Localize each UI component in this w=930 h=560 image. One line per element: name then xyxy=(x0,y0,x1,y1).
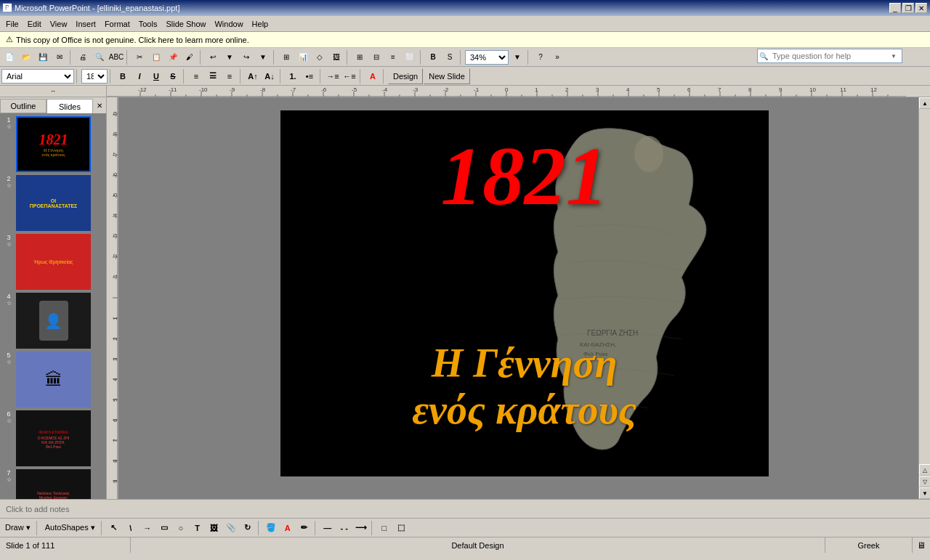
mail-button[interactable]: ✉ xyxy=(52,49,68,65)
decrease-font-button[interactable]: A↓ xyxy=(262,68,278,84)
menu-tools[interactable]: Tools xyxy=(134,18,162,30)
zoom-dropdown[interactable]: ▼ xyxy=(509,49,525,65)
3d-button[interactable]: ⬚ xyxy=(393,520,409,536)
notification-bar[interactable]: ⚠ This copy of Office is not genuine. Cl… xyxy=(0,32,930,48)
menu-insert[interactable]: Insert xyxy=(71,18,100,30)
menu-view[interactable]: View xyxy=(46,18,72,30)
numbered-list-button[interactable]: 1. xyxy=(285,68,301,84)
spell-button[interactable]: ABC xyxy=(108,49,124,65)
undo-dropdown-button[interactable]: ▼ xyxy=(222,49,238,65)
insert-image-button[interactable]: 🖼 xyxy=(206,520,222,536)
menu-window[interactable]: Window xyxy=(210,18,247,30)
zoom-combo[interactable]: 34% xyxy=(465,50,509,65)
slide-panel[interactable]: 1 ☆ 1821 Η Γέννησηενός κράτους 2 ☆ ΟΙΠΡΟ… xyxy=(0,113,106,499)
copy-button[interactable]: 📋 xyxy=(148,49,164,65)
rotate-button[interactable]: ↻ xyxy=(240,520,256,536)
font-color-button[interactable]: A xyxy=(365,68,381,84)
help-tb-button[interactable]: ? xyxy=(533,49,549,65)
new-slide-button[interactable]: New Slide xyxy=(424,68,470,84)
expand-button[interactable]: ⊞ xyxy=(352,49,368,65)
collapse-button[interactable]: ⊟ xyxy=(368,49,384,65)
redo-button[interactable]: ↪ xyxy=(238,49,254,65)
right-scrollbar[interactable]: ▲ △ ▽ ▼ xyxy=(918,97,930,499)
question-input[interactable] xyxy=(769,52,889,60)
arrow-button[interactable]: → xyxy=(140,520,155,536)
design-button[interactable]: Design xyxy=(388,68,423,84)
scroll-up-button[interactable]: ▲ xyxy=(919,97,930,109)
notes-area[interactable]: Click to add notes xyxy=(0,499,930,518)
font-color-draw-button[interactable]: A xyxy=(280,520,296,536)
font-combo[interactable]: Arial xyxy=(1,69,74,84)
oval-button[interactable]: ○ xyxy=(173,520,189,536)
textbox-button[interactable]: T xyxy=(190,520,206,536)
new-button[interactable]: 📄 xyxy=(1,49,17,65)
align-right-button[interactable]: ≡ xyxy=(222,68,238,84)
more-tb-button[interactable]: » xyxy=(549,49,565,65)
sidebar-close-button[interactable]: ✕ xyxy=(93,99,106,112)
clipart-button[interactable]: 🖼 xyxy=(328,49,344,65)
notes-text[interactable]: Click to add notes xyxy=(6,505,69,514)
cursor-button[interactable]: ↖ xyxy=(106,520,122,536)
question-box[interactable]: 🔍 ▼ xyxy=(757,49,902,63)
arrow-style-button[interactable]: ⟶ xyxy=(353,520,369,536)
scroll-down-button[interactable]: ▼ xyxy=(919,487,930,499)
align-center-button[interactable]: ☰ xyxy=(205,68,221,84)
slide-thumb-1[interactable]: 1821 Η Γέννησηενός κράτους xyxy=(16,116,91,172)
shadow-button[interactable]: □ xyxy=(376,520,392,536)
canvas-area[interactable]: ΓΕΩΡΓΙΑ ΖΗΣΗ ΚΑΙ ΘΑΖΗΣΗ, Φελ Ρακε 1821 Η… xyxy=(118,97,930,499)
diagram-button[interactable]: ◇ xyxy=(312,49,328,65)
notification-text[interactable]: This copy of Office is not genuine. Clic… xyxy=(16,36,249,44)
print-button[interactable]: 🖨 xyxy=(75,49,91,65)
align-left-button[interactable]: ≡ xyxy=(188,68,204,84)
grayscale-button[interactable]: ⬜ xyxy=(402,49,418,65)
slide-thumb-4[interactable]: 👤 xyxy=(16,293,91,349)
tab-outline[interactable]: Outline xyxy=(0,99,46,113)
slide-thumb-7[interactable]: Νικόλαος ΤσελέγκαςΜιχάλης ΔούκρηςΚρανοφό… xyxy=(16,469,91,499)
insert-clip-button[interactable]: 📎 xyxy=(223,520,239,536)
italic-button[interactable]: I xyxy=(132,68,147,84)
restore-button[interactable]: ❐ xyxy=(902,3,914,13)
increase-indent-button[interactable]: →≡ xyxy=(325,68,341,84)
format-paint-button[interactable]: 🖌 xyxy=(182,49,198,65)
insert-table-button[interactable]: ⊞ xyxy=(278,49,294,65)
minimize-button[interactable]: _ xyxy=(889,3,901,13)
tab-slides[interactable]: Slides xyxy=(46,99,93,113)
slide-thumb-3[interactable]: Ήρως Θρησκείας xyxy=(16,234,91,290)
insert-chart-button[interactable]: 📊 xyxy=(295,49,311,65)
draw-menu-button[interactable]: Draw ▾ xyxy=(1,520,34,536)
undo-button[interactable]: ↩ xyxy=(205,49,221,65)
strikethrough-button[interactable]: S xyxy=(165,68,181,84)
menu-format[interactable]: Format xyxy=(100,18,134,30)
decrease-indent-button[interactable]: ←≡ xyxy=(341,68,357,84)
redo-dropdown-button[interactable]: ▼ xyxy=(255,49,271,65)
rect-button[interactable]: ▭ xyxy=(156,520,172,536)
slide-thumb-6[interactable]: ΦΙΛΙΚΗ ΕΤΑΙΡΕΙΑ Ο ΚΟΣΜΟΣ ΑΣ ΖΗΙΚΑΙ ΘΑ ΖΗ… xyxy=(16,410,91,466)
cut-button[interactable]: ✂ xyxy=(132,49,147,65)
open-button[interactable]: 📂 xyxy=(18,49,34,65)
menu-edit[interactable]: Edit xyxy=(23,18,46,30)
close-button[interactable]: ✕ xyxy=(915,3,927,13)
dropdown-arrow-icon[interactable]: ▼ xyxy=(889,53,898,60)
scroll-page-down-button[interactable]: ▽ xyxy=(919,476,930,487)
shadow-tb-button[interactable]: S xyxy=(442,49,458,65)
save-button[interactable]: 💾 xyxy=(35,49,51,65)
slide-thumb-2[interactable]: ΟΙΠΡΟΕΠΑΝΑΣΤΑΤΕΣ xyxy=(16,175,91,231)
line-button[interactable]: \ xyxy=(123,520,139,536)
fill-color-button[interactable]: 🪣 xyxy=(263,520,279,536)
menu-help[interactable]: Help xyxy=(248,18,273,30)
menu-file[interactable]: File xyxy=(1,18,23,30)
slide-thumb-5[interactable]: 🏛 xyxy=(16,352,91,407)
scroll-page-up-button[interactable]: △ xyxy=(919,464,930,476)
preview-button[interactable]: 🔍 xyxy=(92,49,108,65)
bold-tb-button[interactable]: B xyxy=(425,49,441,65)
line-style-button[interactable]: — xyxy=(320,520,336,536)
paste-button[interactable]: 📌 xyxy=(165,49,181,65)
line-color-button[interactable]: ✏ xyxy=(296,520,312,536)
increase-font-button[interactable]: A↑ xyxy=(245,68,261,84)
font-size-combo[interactable]: 18 xyxy=(81,69,108,84)
underline-button[interactable]: U xyxy=(148,68,164,84)
dash-style-button[interactable]: - - xyxy=(336,520,352,536)
summary-button[interactable]: ≡ xyxy=(385,49,401,65)
bullet-list-button[interactable]: •≡ xyxy=(302,68,318,84)
scroll-track-v[interactable] xyxy=(919,109,930,464)
